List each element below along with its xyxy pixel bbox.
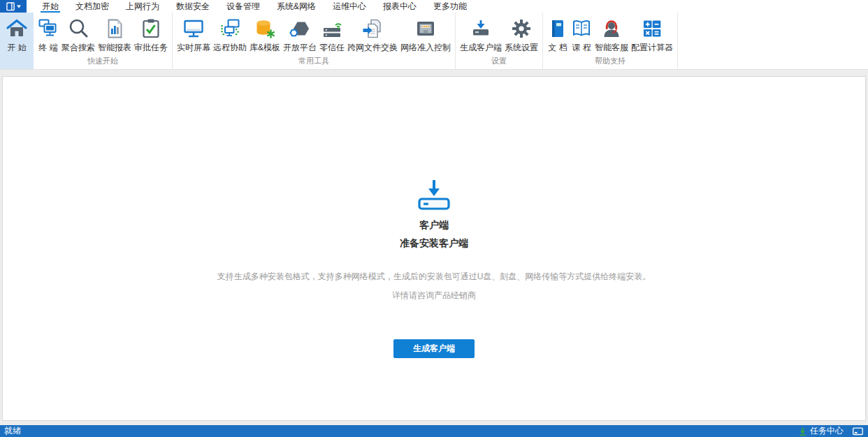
chevron-down-icon (17, 5, 21, 8)
menu-tab-data-security[interactable]: 数据安全 (176, 0, 210, 13)
app-menu-button[interactable] (0, 0, 27, 13)
ribbon-item-label: 课 程 (572, 42, 591, 54)
menu-tab-doc-encryption[interactable]: 文档加密 (75, 0, 109, 13)
ribbon-item-label: 智能报表 (98, 42, 131, 54)
ribbon-item-label: 开放平台 (283, 42, 317, 54)
ribbon-group-caption: 常用工具 (173, 54, 455, 69)
menu-tab-device-management[interactable]: 设备管理 (226, 0, 260, 13)
ribbon-item-label: 网络准入控制 (400, 42, 451, 54)
tray-monitor-button[interactable] (853, 427, 863, 436)
ribbon-group-common-tools: 实时屏幕 远程协助 (173, 13, 456, 69)
statusbar: 就绪 任务中心 (0, 425, 868, 437)
realtime-screen-icon (183, 18, 204, 39)
ribbon-item-smart-support[interactable]: 智能客服 (594, 18, 629, 54)
ribbon-toolbar: 开 始 终 端 (0, 13, 868, 70)
ribbon-item-label: 生成客户端 (460, 42, 502, 54)
ribbon-group-caption: 帮助支持 (543, 54, 677, 69)
client-download-icon (417, 179, 451, 211)
ribbon-item-network-access-control[interactable]: 网络准入控制 (400, 18, 451, 54)
status-text: 就绪 (0, 425, 21, 437)
home-icon (6, 18, 27, 39)
ribbon-item-label: 系统设置 (505, 42, 538, 54)
ribbon-item-config-calculator[interactable]: 配置计算器 (630, 18, 674, 54)
ribbon-item-terminal[interactable]: 终 端 (37, 18, 59, 54)
application-window: 开始 文档加密 上网行为 数据安全 设备管理 系统&网络 运维中心 报表中心 更… (0, 0, 868, 437)
approval-tasks-icon (140, 18, 161, 39)
ribbon-item-label: 终 端 (38, 42, 57, 54)
main-area: 客户端 准备安装客户端 支持生成多种安装包格式，支持多种网络模式，生成后的安装包… (0, 70, 868, 425)
client-description-line2: 详情请咨询产品经销商 (392, 290, 476, 302)
menu-tab-system-network[interactable]: 系统&网络 (277, 0, 316, 13)
file-exchange-icon (362, 18, 383, 39)
ribbon-item-label: 审批任务 (134, 42, 168, 54)
ribbon-item-label: 零信任 (319, 42, 345, 54)
ribbon-item-aggregate-search[interactable]: 聚合搜索 (61, 18, 96, 54)
menubar: 开始 文档加密 上网行为 数据安全 设备管理 系统&网络 运维中心 报表中心 更… (0, 0, 868, 13)
menu-tabs: 开始 文档加密 上网行为 数据安全 设备管理 系统&网络 运维中心 报表中心 更… (34, 0, 475, 13)
ribbon-item-smart-report[interactable]: 智能报表 (97, 18, 132, 54)
zero-trust-icon (321, 18, 342, 39)
menu-tab-report-center[interactable]: 报表中心 (383, 0, 417, 13)
calculator-icon (642, 18, 663, 39)
statusbar-right: 任务中心 (798, 425, 868, 437)
network-access-icon (415, 18, 436, 39)
menu-tab-more-features[interactable]: 更多功能 (433, 0, 467, 13)
ribbon-item-label: 远程协助 (213, 42, 247, 54)
terminal-icon (38, 18, 59, 39)
ribbon-item-label: 文 档 (548, 42, 567, 54)
ribbon-item-realtime-screen[interactable]: 实时屏幕 (176, 18, 211, 54)
ribbon-item-label: 聚合搜索 (62, 42, 95, 54)
ribbon-item-file-exchange[interactable]: 跨网文件交换 (347, 18, 398, 54)
ribbon-item-remote-assist[interactable]: 远程协助 (212, 18, 247, 54)
ribbon-item-label: 智能客服 (595, 42, 628, 54)
app-window-icon (6, 2, 15, 11)
ribbon-item-zero-trust[interactable]: 零信任 (319, 18, 345, 54)
ribbon-item-library-template[interactable]: 库&模板 (249, 18, 281, 54)
client-title: 客户端 (419, 219, 449, 232)
ribbon-item-courses[interactable]: 课 程 (570, 18, 593, 54)
ribbon-item-label: 配置计算器 (631, 42, 673, 54)
task-center-button[interactable]: 任务中心 (798, 425, 844, 437)
library-template-icon (254, 18, 275, 39)
tray-monitor-icon (853, 427, 863, 436)
menu-tab-ops-center[interactable]: 运维中心 (333, 0, 366, 13)
ribbon-item-label: 库&模板 (249, 42, 280, 54)
generate-client-button[interactable]: 生成客户端 (393, 339, 475, 358)
menu-tab-web-behavior[interactable]: 上网行为 (126, 0, 159, 13)
download-arrow-icon (798, 427, 807, 436)
ribbon-item-home[interactable]: 开 始 (0, 13, 34, 69)
ribbon-item-system-settings[interactable]: 系统设置 (504, 18, 539, 54)
client-description-line1: 支持生成多种安装包格式，支持多种网络模式，生成后的安装包可通过U盘、刻盘、网络传… (217, 271, 651, 283)
ribbon-group-caption: 设置 (456, 54, 542, 69)
ribbon-group-quick-start: 终 端 聚合搜索 (34, 13, 173, 69)
ribbon-item-generate-client[interactable]: 生成客户端 (459, 18, 502, 54)
ribbon-item-documents[interactable]: 文 档 (547, 18, 569, 54)
ribbon-group-caption: 快速开始 (34, 54, 172, 69)
ribbon-group-help-support: 文 档 课 程 (543, 13, 678, 69)
open-platform-icon (289, 18, 310, 39)
course-icon (571, 18, 592, 39)
ribbon-item-label: 开 始 (7, 42, 26, 54)
ribbon-group-settings: 生成客户端 系统设置 设置 (456, 13, 543, 69)
client-subtitle: 准备安装客户端 (400, 237, 468, 250)
generate-client-icon (470, 18, 491, 39)
content-panel: 客户端 准备安装客户端 支持生成多种安装包格式，支持多种网络模式，生成后的安装包… (2, 76, 866, 421)
support-agent-icon (601, 18, 622, 39)
ribbon-item-label: 实时屏幕 (177, 42, 210, 54)
task-center-label: 任务中心 (810, 425, 844, 437)
ribbon-item-approval-tasks[interactable]: 审批任务 (133, 18, 168, 54)
ribbon-item-label: 跨网文件交换 (347, 42, 398, 54)
document-icon (547, 18, 568, 39)
search-icon (68, 18, 89, 39)
menu-tab-start[interactable]: 开始 (42, 0, 59, 13)
remote-assist-icon (219, 18, 240, 39)
smart-report-icon (104, 18, 125, 39)
system-settings-icon (511, 18, 532, 39)
ribbon-item-open-platform[interactable]: 开放平台 (282, 18, 317, 54)
